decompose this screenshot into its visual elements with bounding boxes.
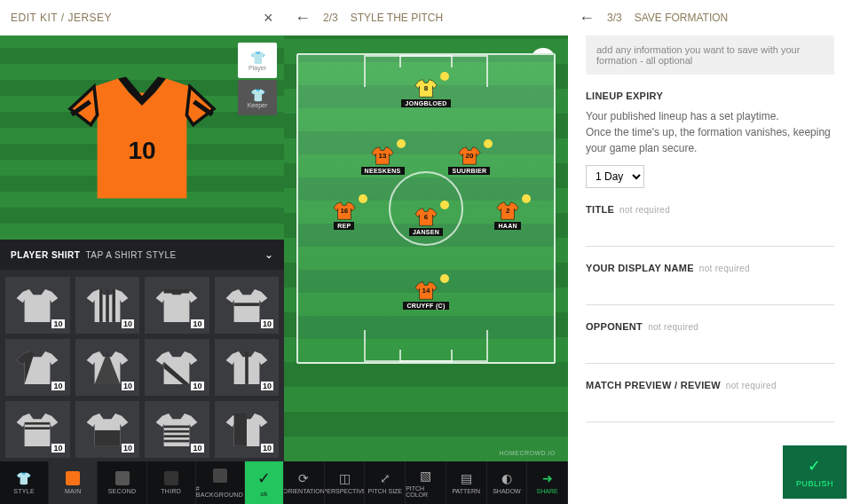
jersey-preview: 10 👕Player 👕Keeper	[0, 35, 284, 240]
publish-button[interactable]: ✓PUBLISH	[783, 445, 847, 499]
hint-box: add any information you want to save wit…	[586, 35, 834, 75]
pattern-icon: ▤	[461, 471, 472, 485]
player-marker[interactable]: 13NEESKENS	[365, 145, 400, 175]
shirt-style-option[interactable]: 10	[145, 401, 209, 458]
kit-toolbar: 👕STYLE MAIN SECOND THIRD # BACKGROUND ✓o…	[0, 461, 284, 504]
tool-shadow[interactable]: ◐SHADOW	[487, 461, 528, 504]
pitch-toolbar: ⟳ORIENTATION ◫PERSPECTIVE ⤢PITCH SIZE ▧P…	[284, 461, 568, 504]
badge-icon	[397, 139, 406, 148]
share-icon: ➜	[542, 471, 553, 485]
tool-style[interactable]: 👕STYLE	[0, 461, 49, 504]
jersey-number: 10	[128, 137, 155, 165]
svg-rect-7	[245, 351, 248, 384]
field-display-label: YOUR DISPLAY NAMEnot required	[586, 263, 834, 273]
left-header: EDIT KIT / JERSEY ×	[0, 0, 284, 35]
color-swatch	[66, 471, 80, 485]
svg-rect-2	[99, 289, 103, 322]
tool-third-color[interactable]: THIRD	[147, 461, 196, 504]
shirt-picker-header[interactable]: PLAYER SHIRTTAP A SHIRT STYLE⌄	[0, 240, 284, 270]
expiry-text: Once the time's up, the formation vanish…	[586, 124, 834, 156]
shirt-icon: 👕	[16, 471, 31, 485]
svg-rect-11	[164, 426, 190, 429]
tool-pitch-color[interactable]: ▧PITCH COLOR	[406, 461, 446, 504]
shirt-style-option[interactable]: 10	[215, 339, 280, 396]
shirt-style-option[interactable]: 10	[145, 277, 209, 334]
field-title-label: TITLEnot required	[586, 204, 834, 215]
title-field[interactable]	[586, 222, 834, 247]
tool-main-color[interactable]: MAIN	[49, 461, 98, 504]
expiry-text: Your published lineup has a set playtime…	[586, 108, 834, 124]
tool-perspective[interactable]: ◫PERSPECTIVE	[325, 461, 366, 504]
shirt-style-option[interactable]: 10	[215, 401, 280, 458]
player-marker[interactable]: 16REP	[327, 200, 362, 230]
kit-tab-player[interactable]: 👕Player	[238, 43, 277, 78]
player-marker[interactable]: 2HAAN	[490, 200, 525, 230]
player-marker[interactable]: 8JONGBLOED	[408, 77, 444, 107]
expiry-title: LINEUP EXPIRY	[586, 91, 834, 101]
watermark: HOMECROWD.IO	[499, 450, 556, 456]
pitch-area: 🔍 8JONGBLOED13NEESKENS20SUURBIER16REP6JA…	[284, 35, 568, 461]
chevron-down-icon: ⌄	[264, 248, 274, 261]
panel-edit-kit: EDIT KIT / JERSEY × 10 👕Player 👕Keeper P…	[0, 0, 284, 504]
palette-icon: ▧	[420, 469, 431, 483]
player-marker[interactable]: 6JANSEN	[408, 206, 444, 236]
check-icon: ✓	[808, 456, 822, 476]
svg-rect-9	[25, 427, 51, 429]
badge-icon	[440, 274, 449, 283]
shirt-style-grid: 101010101010101010101010	[0, 270, 284, 461]
shirt-style-option[interactable]: 10	[5, 339, 70, 396]
badge-icon	[440, 201, 449, 209]
tool-background[interactable]: # BACKGROUND	[196, 461, 245, 504]
panel-style-pitch: ← 2/3 STYLE THE PITCH 🔍 8JONGBLOED13NEES…	[284, 0, 568, 504]
cube-icon: ◫	[339, 471, 351, 485]
tool-second-color[interactable]: SECOND	[98, 461, 146, 504]
shirt-style-option[interactable]: 10	[215, 277, 280, 334]
share-button[interactable]: ➜SHARE	[527, 461, 568, 504]
tool-pattern[interactable]: ▤PATTERN	[446, 461, 487, 504]
back-icon[interactable]: ←	[579, 9, 595, 28]
shirt-style-option[interactable]: 10	[5, 401, 70, 458]
kit-tab-keeper[interactable]: 👕Keeper	[238, 80, 277, 115]
mid-title: STYLE THE PITCH	[351, 12, 443, 24]
color-swatch	[115, 471, 130, 485]
display-name-field[interactable]	[586, 280, 834, 305]
badge-icon	[440, 72, 449, 81]
svg-rect-5	[164, 289, 190, 294]
svg-rect-12	[164, 430, 190, 433]
tool-pitch-size[interactable]: ⤢PITCH SIZE	[365, 461, 406, 504]
field-opponent-label: OPPONENTnot required	[586, 321, 834, 332]
pitch[interactable]: 8JONGBLOED13NEESKENS20SUURBIER16REP6JANS…	[296, 53, 556, 364]
badge-icon	[359, 194, 367, 203]
color-swatch	[213, 469, 227, 483]
tool-orientation[interactable]: ⟳ORIENTATION	[284, 461, 325, 504]
color-swatch	[164, 471, 178, 485]
player-marker[interactable]: 20SUURBIER	[452, 145, 487, 175]
back-icon[interactable]: ←	[295, 9, 311, 28]
shirt-style-option[interactable]: 10	[75, 339, 140, 396]
shirt-style-option[interactable]: 10	[5, 277, 70, 334]
step-indicator: 3/3	[607, 12, 622, 24]
left-title: EDIT KIT / JERSEY	[11, 12, 112, 24]
resize-icon: ⤢	[380, 471, 390, 485]
panel-save-formation: ← 3/3 SAVE FORMATION add any information…	[568, 0, 852, 504]
close-icon[interactable]: ×	[264, 9, 273, 28]
expiry-select[interactable]: 1 Day	[586, 165, 644, 188]
svg-rect-3	[106, 289, 109, 322]
player-marker[interactable]: 14CRUYFF (C)	[408, 280, 444, 310]
svg-rect-15	[233, 413, 246, 446]
right-header: ← 3/3 SAVE FORMATION	[568, 0, 852, 35]
step-indicator: 2/3	[323, 12, 338, 24]
opponent-field[interactable]	[586, 339, 834, 364]
shirt-icon: 👕	[250, 51, 265, 65]
badge-icon	[484, 139, 493, 148]
shirt-style-option[interactable]: 10	[75, 401, 140, 458]
shirt-style-option[interactable]: 10	[145, 339, 209, 396]
rotate-icon: ⟳	[298, 471, 309, 485]
ok-button[interactable]: ✓ok	[245, 461, 284, 504]
preview-field[interactable]	[586, 398, 834, 422]
shirt-style-option[interactable]: 10	[75, 277, 140, 334]
svg-rect-8	[25, 422, 51, 425]
shadow-icon: ◐	[501, 471, 512, 485]
right-title: SAVE FORMATION	[635, 12, 729, 24]
field-preview-label: MATCH PREVIEW / REVIEWnot required	[586, 380, 834, 390]
